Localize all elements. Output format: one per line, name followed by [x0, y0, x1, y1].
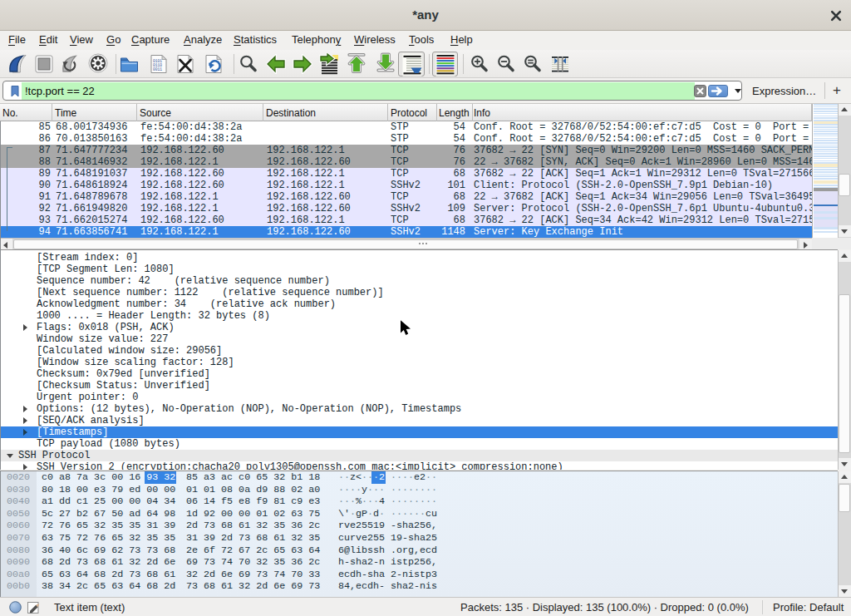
svg-text:0011: 0011 [153, 67, 162, 71]
